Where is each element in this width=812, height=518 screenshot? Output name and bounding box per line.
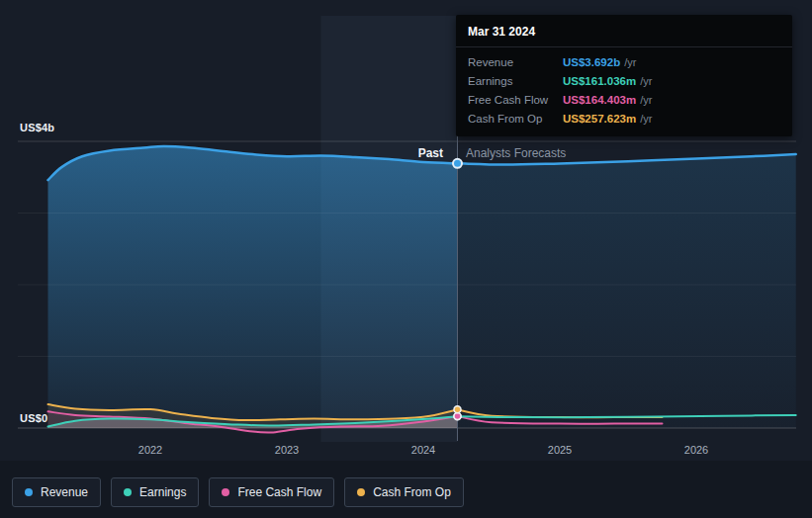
tooltip-earnings-unit: /yr bbox=[640, 74, 652, 89]
y-axis-zero-label: US$0 bbox=[20, 412, 47, 424]
revenue-series-dot-icon bbox=[25, 488, 33, 496]
tooltip-cashop-unit: /yr bbox=[640, 112, 652, 127]
legend-label-earnings: Earnings bbox=[139, 485, 186, 499]
free-cash-flow-hover-marker bbox=[454, 413, 461, 420]
tooltip-fcf-unit: /yr bbox=[640, 93, 652, 108]
legend-item-revenue[interactable]: Revenue bbox=[12, 477, 101, 507]
tooltip-fcf-label: Free Cash Flow bbox=[468, 93, 563, 108]
tooltip-fcf-value: US$164.403m bbox=[563, 93, 636, 108]
free-cash-flow-series-dot-icon bbox=[222, 488, 229, 496]
legend-label-cash-from-op: Cash From Op bbox=[373, 485, 451, 499]
tooltip-earnings-value: US$161.036m bbox=[563, 74, 636, 89]
tooltip-earnings-label: Earnings bbox=[468, 74, 563, 89]
revenue-area-past bbox=[48, 146, 458, 428]
earnings-series-dot-icon bbox=[124, 488, 132, 496]
y-axis-top-label: US$4b bbox=[20, 122, 54, 133]
tooltip-revenue-value: US$3.692b bbox=[563, 55, 620, 70]
legend-label-free-cash-flow: Free Cash Flow bbox=[237, 485, 321, 499]
earnings-revenue-growth-panel: US$4b US$0 Past Analysts Forecasts 20222… bbox=[0, 0, 812, 518]
cash-from-op-series-dot-icon bbox=[357, 488, 365, 496]
tooltip-row-revenue: Revenue US$3.692b /yr bbox=[456, 53, 792, 72]
tooltip-revenue-label: Revenue bbox=[468, 55, 563, 70]
tooltip-revenue-unit: /yr bbox=[624, 55, 636, 70]
legend-item-free-cash-flow[interactable]: Free Cash Flow bbox=[209, 477, 334, 507]
legend-label-revenue: Revenue bbox=[41, 485, 88, 499]
legend-item-earnings[interactable]: Earnings bbox=[111, 477, 199, 507]
tooltip-row-free-cash-flow: Free Cash Flow US$164.403m /yr bbox=[456, 91, 792, 110]
chart-tooltip: Mar 31 2024 Revenue US$3.692b /yr Earnin… bbox=[456, 15, 792, 136]
cash-from-op-hover-marker bbox=[454, 406, 461, 413]
legend-item-cash-from-op[interactable]: Cash From Op bbox=[344, 477, 464, 507]
tooltip-row-cash-from-op: Cash From Op US$257.623m /yr bbox=[456, 110, 792, 129]
tooltip-date: Mar 31 2024 bbox=[456, 20, 792, 47]
tooltip-row-earnings: Earnings US$161.036m /yr bbox=[456, 72, 792, 91]
chart-legend: Revenue Earnings Free Cash Flow Cash Fro… bbox=[12, 477, 464, 507]
revenue-area-forecast bbox=[458, 154, 796, 428]
revenue-hover-marker bbox=[453, 159, 462, 168]
legend-bar: Revenue Earnings Free Cash Flow Cash Fro… bbox=[0, 461, 812, 518]
tooltip-cashop-label: Cash From Op bbox=[468, 112, 563, 127]
tooltip-cashop-value: US$257.623m bbox=[563, 112, 636, 127]
